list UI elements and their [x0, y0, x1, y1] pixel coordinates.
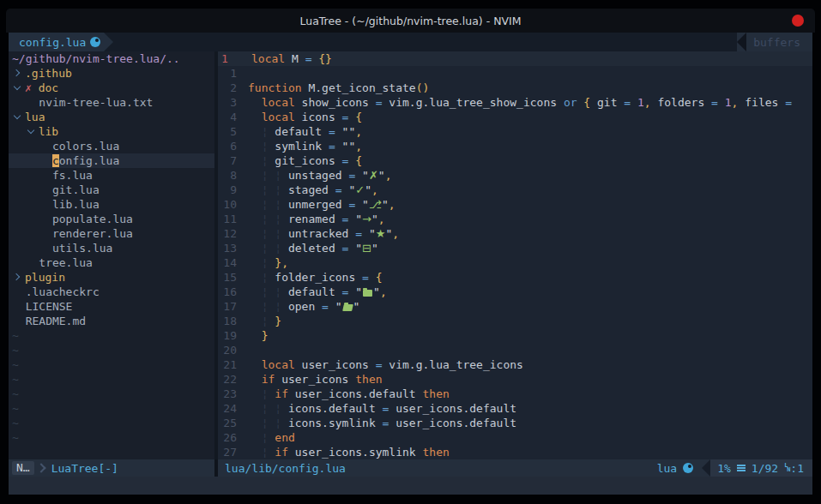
code-line[interactable]: 21 local user_icons = vim.g.lua_tree_ico… — [218, 357, 812, 372]
keyword: if — [262, 373, 275, 386]
tree-row[interactable]: ✗ doc — [9, 81, 214, 95]
directory-name: plugin — [25, 271, 65, 284]
code-line[interactable]: 25 ¦ ¦ icons.symlink = user_icons.defaul… — [218, 416, 812, 430]
tree-row[interactable]: config.lua — [9, 153, 214, 168]
bracket: , — [371, 183, 378, 196]
code-line[interactable]: 11 ¦ ¦ renamed = "→", — [218, 212, 812, 226]
code-text: ¦ ¦ default = "", — [248, 285, 812, 299]
filetype-block: lua — [657, 462, 693, 475]
tree-row[interactable]: fs.lua — [9, 168, 214, 183]
line-number: 1 — [218, 66, 237, 81]
string-quote: " — [362, 198, 369, 211]
tree-row[interactable]: tree.lua — [9, 255, 214, 270]
tree-row[interactable]: LICENSE — [9, 299, 214, 314]
tree-row[interactable]: colors.lua — [9, 139, 214, 153]
tree-row[interactable]: nvim-tree-lua.txt — [9, 95, 214, 110]
code-line[interactable]: 17 ¦ ¦ open = "" — [218, 299, 812, 314]
buffers-label: buffers — [753, 36, 800, 49]
code-line[interactable]: 1 — [218, 66, 812, 81]
code-line[interactable]: 8 ¦ ¦ unstaged = "✗", — [218, 168, 812, 183]
tree-row[interactable]: .luacheckrc — [9, 285, 214, 299]
code-text — [248, 66, 812, 81]
tree-row[interactable]: plugin — [9, 270, 214, 285]
code-text: local user_icons = vim.g.lua_tree_icons — [248, 357, 812, 372]
tree-row[interactable]: populate.lua — [9, 212, 214, 226]
code-line[interactable]: 16 ¦ ¦ default = "", — [218, 285, 812, 299]
block-cursor: c — [52, 154, 59, 167]
identifier — [335, 140, 342, 153]
string-quote: " — [335, 300, 342, 313]
code-line[interactable]: 18 ¦ } — [218, 314, 812, 328]
code-line[interactable]: 6 ¦ symlink = "", — [218, 139, 812, 153]
tree-row[interactable]: ~/github/nvim-tree.lua/.. — [9, 51, 214, 66]
code-line[interactable]: 5 ¦ default = "", — [218, 124, 812, 139]
tree-row[interactable]: .github — [9, 66, 214, 81]
code-line[interactable]: 4 local icons = { — [218, 110, 812, 124]
code-line[interactable]: 19 } — [218, 328, 812, 343]
code-line[interactable]: 24 ¦ ¦ icons.default = user_icons.defaul… — [218, 401, 812, 416]
command-line[interactable] — [9, 477, 812, 495]
bracket: , — [355, 125, 362, 138]
identifier — [355, 198, 362, 211]
code-line[interactable]: 3 local show_icons = vim.g.lua_tree_show… — [218, 95, 812, 110]
file-name: lib.lua — [52, 198, 100, 211]
operator: = — [362, 271, 369, 284]
tree-row[interactable]: ~ — [9, 372, 214, 387]
tree-row[interactable]: ~ — [9, 357, 214, 372]
tree-row[interactable]: ~ — [9, 328, 214, 343]
indent-guide: ¦ ¦ — [248, 242, 288, 255]
indent-guide: ¦ — [248, 154, 275, 167]
code-line[interactable]: 14 ¦ }, — [218, 255, 812, 270]
tree-row[interactable]: lib — [9, 124, 214, 139]
code-line[interactable]: 1local M = {} — [218, 51, 812, 66]
tree-row[interactable]: lua — [9, 110, 214, 124]
code-line[interactable]: 15 ¦ folder_icons = { — [218, 270, 812, 285]
code-text: } — [248, 328, 812, 343]
code-line[interactable]: 9 ¦ ¦ staged = "✓", — [218, 183, 812, 197]
code-line[interactable]: 10 ¦ ¦ unmerged = "⎇", — [218, 197, 812, 212]
code-line[interactable]: 26 ¦ end — [218, 430, 812, 445]
tree-row[interactable]: ~ — [9, 416, 214, 430]
tree-row[interactable]: ~ — [9, 387, 214, 401]
line-number: 3 — [218, 95, 237, 110]
code-line[interactable]: 23 ¦ if user_icons.default then — [218, 387, 812, 401]
code-line[interactable]: 27 ¦ if user_icons.symlink then — [218, 445, 812, 459]
tree-row[interactable]: ~ — [9, 401, 214, 416]
close-button[interactable] — [792, 15, 804, 27]
keyword: local — [262, 96, 295, 109]
line-number: 11 — [218, 212, 237, 226]
code-line[interactable]: 13 ¦ ¦ deleted = "⊟" — [218, 241, 812, 255]
tree-row[interactable]: ~ — [9, 343, 214, 357]
tree-row[interactable]: lib.lua — [9, 197, 214, 212]
code-line[interactable]: 2function M.get_icon_state() — [218, 81, 812, 95]
identifier: icons — [295, 111, 342, 123]
tree-row[interactable]: utils.lua — [9, 241, 214, 255]
identifier — [718, 96, 725, 109]
tree-row[interactable]: renderer.lua — [9, 226, 214, 241]
bracket: { — [355, 111, 362, 123]
bracket: , — [392, 227, 399, 240]
tree-row[interactable]: git.lua — [9, 183, 214, 197]
code-line[interactable]: 7 ¦ git_icons = { — [218, 153, 812, 168]
identifier: staged — [288, 183, 335, 196]
tree-header: ~/github/nvim-tree.lua/.. — [12, 52, 180, 65]
indent-guide: ¦ ¦ — [248, 169, 288, 182]
line-number: 22 — [218, 372, 237, 387]
line-number: 13 — [218, 241, 237, 255]
tree-row[interactable]: README.md — [9, 314, 214, 328]
code-line[interactable]: 12 ¦ ¦ untracked = "★", — [218, 226, 812, 241]
line-number: 6 — [218, 139, 237, 153]
identifier — [362, 227, 369, 240]
string-quote: "" — [342, 140, 356, 153]
identifier: untracked — [288, 227, 355, 240]
bracket: , — [385, 169, 392, 182]
identifier: unstaged — [288, 169, 348, 182]
tree-row[interactable]: ~ — [9, 430, 214, 445]
indent-guide: ¦ ¦ — [248, 227, 288, 240]
buffers-section[interactable]: buffers — [746, 33, 812, 51]
code-line[interactable]: 22 if user_icons then — [218, 372, 812, 387]
lines-icon — [737, 465, 746, 471]
tab-config-lua[interactable]: config.lua — [9, 33, 104, 51]
indent-guide: ¦ — [248, 256, 275, 269]
code-line[interactable]: 20 — [218, 343, 812, 357]
